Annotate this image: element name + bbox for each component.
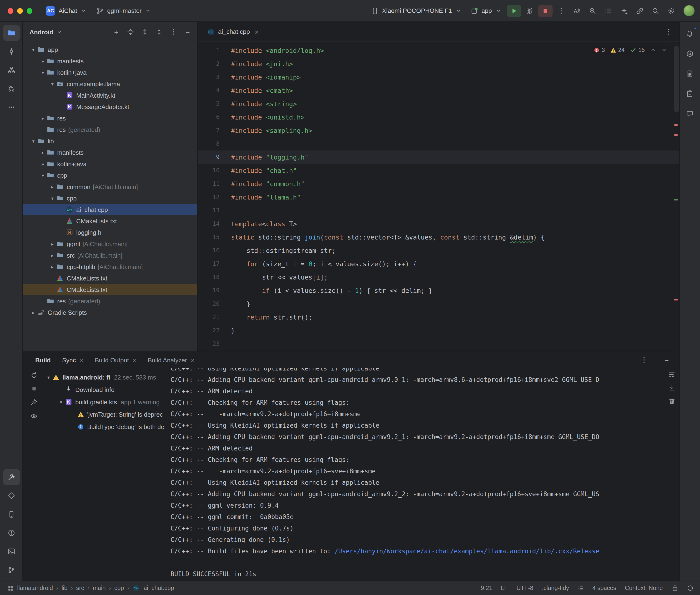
pull-requests-tool-icon[interactable] bbox=[3, 81, 20, 97]
more-tool-windows-icon[interactable] bbox=[3, 99, 20, 115]
code-line-22[interactable]: 22} bbox=[198, 324, 679, 337]
preview-icon[interactable] bbox=[30, 413, 38, 420]
build-tree-item[interactable]: 'jvmTarget: String' is deprec bbox=[44, 408, 169, 421]
error-stripe-mark[interactable] bbox=[674, 124, 678, 126]
tree-item[interactable]: ▸kotlin+java bbox=[23, 158, 197, 170]
run-button[interactable] bbox=[507, 4, 521, 17]
logcat-tool-icon[interactable] bbox=[3, 506, 20, 522]
code-line-20[interactable]: 20 } bbox=[198, 297, 679, 310]
hide-build-panel-icon[interactable]: − bbox=[661, 354, 672, 366]
tree-item[interactable]: CMakeLists.txt bbox=[23, 215, 197, 227]
version-control-tool-icon[interactable] bbox=[3, 562, 20, 578]
error-stripe-mark[interactable] bbox=[674, 134, 678, 136]
collapse-all-icon[interactable] bbox=[153, 26, 165, 38]
code-line-5[interactable]: 5#include <string> bbox=[198, 97, 679, 111]
tree-item[interactable]: ▸manifests bbox=[23, 147, 197, 158]
indent-style[interactable]: 4 spaces bbox=[592, 585, 616, 591]
code-line-2[interactable]: 2#include <jni.h> bbox=[198, 57, 679, 70]
next-issue-icon[interactable] bbox=[661, 47, 667, 53]
branch-selector[interactable]: ggml-master bbox=[92, 5, 155, 17]
chevron-down-icon[interactable] bbox=[56, 29, 62, 35]
settings-button[interactable] bbox=[664, 4, 678, 17]
code-line-9[interactable]: 9#include "logging.h" bbox=[198, 150, 679, 164]
code-line-15[interactable]: 15static std::string join(const std::vec… bbox=[198, 230, 679, 244]
tree-item[interactable]: ▸common[AiChat.lib.main] bbox=[23, 181, 197, 192]
chevron-right-icon[interactable]: ▸ bbox=[49, 264, 56, 269]
close-window-button[interactable] bbox=[8, 8, 13, 13]
tree-item[interactable]: KMessageAdapter.kt bbox=[23, 101, 197, 112]
build-tree-item[interactable]: ▾llama.android: fi22 sec, 583 ms bbox=[44, 371, 169, 383]
add-button[interactable]: + bbox=[111, 26, 122, 38]
terminal-tool-icon[interactable] bbox=[3, 543, 20, 559]
chevron-down-icon[interactable]: ▾ bbox=[30, 138, 37, 144]
tree-item[interactable]: ▸manifests bbox=[23, 55, 197, 67]
translate-button[interactable] bbox=[569, 4, 584, 17]
cursor-position[interactable]: 9:21 bbox=[481, 585, 492, 591]
tree-item[interactable]: ▸ggml[AiChat.lib.main] bbox=[23, 238, 197, 250]
inspect-code-button[interactable] bbox=[585, 4, 599, 17]
minimize-window-button[interactable] bbox=[17, 8, 23, 13]
chevron-right-icon[interactable]: ▸ bbox=[49, 241, 56, 247]
pin-tab-icon[interactable] bbox=[30, 399, 38, 406]
project-selector[interactable]: AC AiChat bbox=[42, 4, 90, 18]
project-tool-icon[interactable] bbox=[3, 25, 20, 41]
zoom-window-button[interactable] bbox=[27, 8, 32, 13]
chevron-right-icon[interactable]: ▸ bbox=[39, 58, 47, 63]
tree-item[interactable]: ▾lib bbox=[23, 135, 197, 147]
ai-context[interactable]: Context: None bbox=[625, 585, 663, 591]
build-panel-options-icon[interactable] bbox=[638, 354, 649, 366]
breadcrumb-item[interactable]: src bbox=[76, 585, 84, 591]
device-selector[interactable]: Xiaomi POCOPHONE F1 bbox=[367, 5, 465, 17]
chevron-right-icon[interactable]: ▸ bbox=[49, 253, 56, 258]
tree-item[interactable]: ▸res bbox=[23, 112, 197, 124]
tree-item[interactable]: CMakeLists.txt bbox=[23, 273, 197, 284]
project-view-mode[interactable]: Android bbox=[30, 28, 53, 35]
warning-count-badge[interactable]: 24 bbox=[610, 47, 625, 53]
code-line-13[interactable]: 13 bbox=[198, 204, 679, 217]
debug-button[interactable] bbox=[522, 4, 537, 17]
tab-build-output[interactable]: Build Output× bbox=[95, 357, 136, 364]
stop-button[interactable] bbox=[538, 4, 552, 17]
code-line-16[interactable]: 16 std::ostringstream str; bbox=[198, 244, 679, 257]
tree-item[interactable]: KMainActivity.kt bbox=[23, 89, 197, 101]
code-editor[interactable]: 1#include <android/log.h>2#include <jni.… bbox=[198, 42, 679, 351]
error-count-badge[interactable]: 3 bbox=[593, 47, 605, 53]
build-tree-item[interactable]: BuildType 'debug' is both de bbox=[44, 421, 169, 433]
build-output-path-link[interactable]: /Users/hanyin/Workspace/ai-chat/examples… bbox=[335, 548, 599, 555]
code-line-17[interactable]: 17 for (size_t i = 0; i < values.size();… bbox=[198, 257, 679, 271]
breadcrumb-item[interactable]: cpp bbox=[114, 585, 124, 591]
build-variants-tool-icon[interactable] bbox=[681, 46, 698, 62]
tree-item[interactable]: ▾cpp bbox=[23, 170, 197, 181]
breadcrumb-item[interactable]: main bbox=[93, 585, 106, 591]
tree-item[interactable]: res(generated) bbox=[23, 295, 197, 307]
problems-tool-icon[interactable] bbox=[3, 525, 20, 541]
chevron-right-icon[interactable]: ▸ bbox=[30, 310, 37, 315]
notifications-tool-icon[interactable] bbox=[681, 26, 698, 42]
tab-ai-chat-cpp[interactable]: C++ ai_chat.cpp × bbox=[202, 22, 263, 41]
chevron-down-icon[interactable]: ▾ bbox=[49, 81, 56, 86]
app-quality-insights-tool-icon[interactable] bbox=[681, 106, 698, 122]
tree-item[interactable]: CMakeLists.txt bbox=[23, 284, 197, 295]
structure-tool-icon[interactable] bbox=[3, 62, 20, 78]
build-tool-icon[interactable] bbox=[3, 469, 20, 485]
close-tab-icon[interactable]: × bbox=[191, 357, 194, 364]
tree-item[interactable]: ▾cpp bbox=[23, 192, 197, 204]
commit-tool-icon[interactable] bbox=[3, 43, 20, 59]
change-stripe-mark[interactable] bbox=[674, 199, 678, 200]
formatter-icon[interactable] bbox=[578, 585, 584, 591]
clear-all-icon[interactable] bbox=[668, 398, 675, 405]
code-line-7[interactable]: 7#include <sampling.h> bbox=[198, 124, 679, 137]
chevron-down-icon[interactable]: ▾ bbox=[49, 196, 56, 201]
code-line-19[interactable]: 19 if (i < values.size() - 1) { str << d… bbox=[198, 284, 679, 297]
close-tab-icon[interactable]: × bbox=[80, 357, 83, 364]
hide-panel-icon[interactable]: − bbox=[182, 26, 193, 38]
code-line-18[interactable]: 18 str << values[i]; bbox=[198, 271, 679, 284]
breadcrumb-item[interactable]: ai_chat.cpp bbox=[144, 585, 174, 591]
chevron-right-icon[interactable]: ▸ bbox=[39, 150, 47, 155]
code-line-14[interactable]: 14template<class T> bbox=[198, 217, 679, 230]
previous-issue-icon[interactable] bbox=[650, 47, 656, 53]
close-tab-icon[interactable]: × bbox=[133, 357, 136, 364]
passed-count-badge[interactable]: 15 bbox=[630, 47, 645, 53]
breadcrumb-item[interactable]: lib bbox=[61, 585, 67, 591]
tree-item[interactable]: ▸Gradle Scripts bbox=[23, 307, 197, 318]
